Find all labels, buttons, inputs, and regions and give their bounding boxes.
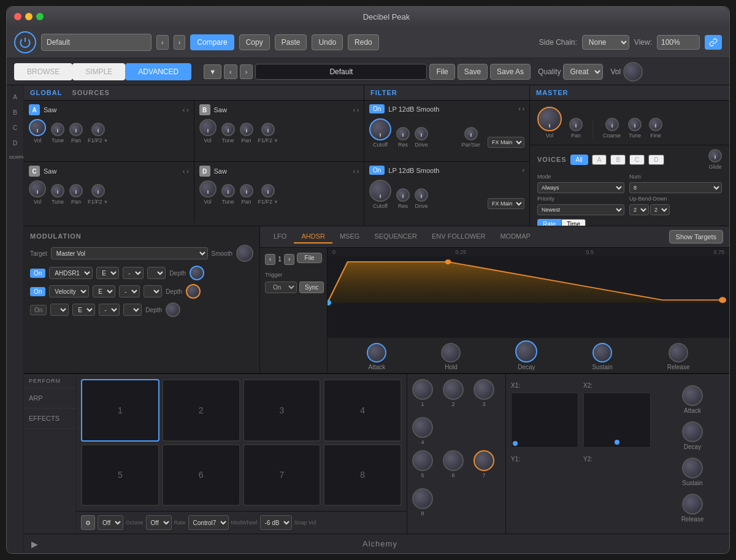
ahdsr-next-button[interactable]: › <box>284 254 294 265</box>
ahdsr-prev-button[interactable]: ‹ <box>265 254 275 265</box>
source-tune-d-knob[interactable] <box>221 184 235 198</box>
maximize-button[interactable] <box>36 13 44 20</box>
macro-2-knob[interactable] <box>443 379 464 400</box>
macro-1-knob[interactable] <box>412 379 433 400</box>
macro-6-knob[interactable] <box>443 450 464 471</box>
mseg-tab[interactable]: MSEG <box>332 230 367 244</box>
sequencer-tab[interactable]: SEQUENCER <box>367 230 424 244</box>
snap-vol-select[interactable]: -6 dB <box>260 515 292 530</box>
bend-select-2[interactable]: 2 <box>650 204 670 215</box>
macro-3-knob[interactable] <box>473 379 494 400</box>
right-decay-knob[interactable] <box>682 421 703 442</box>
source-id-d[interactable]: D <box>199 166 210 177</box>
nav-back-button[interactable]: ‹ <box>156 35 169 50</box>
source-nav-b[interactable]: ‹ › <box>353 107 359 113</box>
minimize-button[interactable] <box>25 13 33 20</box>
tab-simple[interactable]: SIMPLE <box>72 63 125 80</box>
voice-tab-a[interactable]: A <box>592 155 607 165</box>
pad-5[interactable]: 5 <box>81 444 159 507</box>
filter-1-cutoff-knob[interactable] <box>369 118 391 140</box>
source-id-a[interactable]: A <box>29 104 40 115</box>
mod-target-select[interactable]: Master Vol <box>51 247 208 259</box>
filter-2-cutoff-knob[interactable] <box>369 180 391 202</box>
filter-1-fx-select[interactable]: FX Main <box>488 137 524 148</box>
redo-button[interactable]: Redo <box>348 34 379 50</box>
pad-6[interactable]: 6 <box>162 444 240 507</box>
mod-2-e-select[interactable]: E <box>93 285 115 297</box>
filter-2-res-knob[interactable] <box>396 188 410 202</box>
source-vol-a-knob[interactable] <box>29 119 46 136</box>
mod-3-dash-select[interactable]: - <box>99 304 120 316</box>
mod-2-sub-select[interactable] <box>144 285 162 297</box>
source-vol-b-knob[interactable] <box>199 119 217 136</box>
source-tune-b-knob[interactable] <box>221 123 235 136</box>
source-tune-a-knob[interactable] <box>51 123 64 136</box>
xy-dot-2[interactable] <box>615 440 619 445</box>
attack-knob[interactable] <box>367 343 386 362</box>
tab-browse[interactable]: BROWSE <box>14 63 72 80</box>
num-select[interactable]: 8 <box>629 182 722 193</box>
pad-4[interactable]: 4 <box>323 379 402 442</box>
pad-7[interactable]: 7 <box>243 444 321 507</box>
preset-menu-button[interactable]: ▼ <box>204 64 221 79</box>
right-sustain-knob[interactable] <box>682 458 703 478</box>
ahdsr-file-button[interactable]: File <box>297 253 322 263</box>
source-nav-d[interactable]: ‹ › <box>353 168 359 175</box>
save-as-button[interactable]: Save As <box>490 64 531 80</box>
macro-8-knob[interactable] <box>412 488 433 509</box>
voice-tab-b[interactable]: B <box>610 155 626 165</box>
source-f1f2-c-knob[interactable] <box>91 184 105 198</box>
source-f1f2-b-knob[interactable] <box>261 123 275 136</box>
mod-1-on-button[interactable]: On <box>30 269 45 278</box>
settings-button[interactable]: ⚙ <box>81 515 95 530</box>
xy-dot-1[interactable] <box>513 441 518 446</box>
filter-2-drive-knob[interactable] <box>415 188 428 202</box>
modwheel-select[interactable]: Control7 <box>188 515 229 530</box>
source-pan-b-knob[interactable] <box>240 123 253 136</box>
sidebar-item-b[interactable]: B <box>7 105 23 120</box>
filter-2-nav[interactable]: ‹ <box>523 167 524 174</box>
sustain-knob[interactable] <box>592 343 612 362</box>
mod-1-sub-select[interactable] <box>147 267 166 279</box>
release-knob[interactable] <box>669 343 688 362</box>
lfo-tab[interactable]: LFO <box>266 230 294 244</box>
filter-2-fx-select[interactable]: FX Main <box>488 198 524 209</box>
filter-2-on-button[interactable]: On <box>369 166 385 175</box>
source-nav-c[interactable]: ‹ › <box>183 168 188 175</box>
mod-3-sub-select[interactable] <box>123 304 142 316</box>
paste-button[interactable]: Paste <box>275 34 307 50</box>
rate-select[interactable]: Off <box>146 515 172 530</box>
view-input[interactable] <box>657 35 700 50</box>
mod-3-on-button[interactable]: On <box>30 305 47 315</box>
close-button[interactable] <box>14 13 21 20</box>
voice-tab-d[interactable]: D <box>648 155 664 165</box>
source-f1f2-a-knob[interactable] <box>91 123 105 136</box>
mod-3-depth-knob[interactable] <box>166 302 180 317</box>
macro-5-knob[interactable] <box>412 450 433 471</box>
filter-1-drive-knob[interactable] <box>415 127 428 140</box>
sidebar-item-c[interactable]: C <box>7 121 23 135</box>
mode-select[interactable]: Always <box>537 182 624 193</box>
quality-select[interactable]: Great <box>563 64 603 80</box>
bend-select-1[interactable]: 2 <box>629 204 649 215</box>
voice-tab-c[interactable]: C <box>629 155 645 165</box>
hold-knob[interactable] <box>441 343 461 362</box>
xy-pad-2[interactable] <box>583 393 651 448</box>
preset-dropdown[interactable]: Default <box>41 34 151 51</box>
preset-prev-button[interactable]: ‹ <box>224 64 237 79</box>
env-follower-tab[interactable]: ENV FOLLOWER <box>424 230 493 244</box>
effects-tab[interactable]: EFFECTS <box>24 408 75 429</box>
source-pan-a-knob[interactable] <box>69 123 83 136</box>
filter-1-on-button[interactable]: On <box>369 104 385 113</box>
copy-button[interactable]: Copy <box>239 34 270 50</box>
play-button[interactable]: ▶ <box>31 539 38 549</box>
power-button[interactable] <box>14 31 36 53</box>
side-chain-select[interactable]: None <box>582 35 629 50</box>
sidebar-item-d[interactable]: D <box>7 136 23 150</box>
mod-3-source-select[interactable] <box>50 304 69 316</box>
preset-next-button[interactable]: › <box>240 64 253 79</box>
time-button[interactable]: Time <box>561 219 586 226</box>
master-coarse-knob[interactable] <box>605 118 619 131</box>
voice-tab-all[interactable]: All <box>570 155 588 165</box>
vol-knob[interactable] <box>623 62 643 82</box>
